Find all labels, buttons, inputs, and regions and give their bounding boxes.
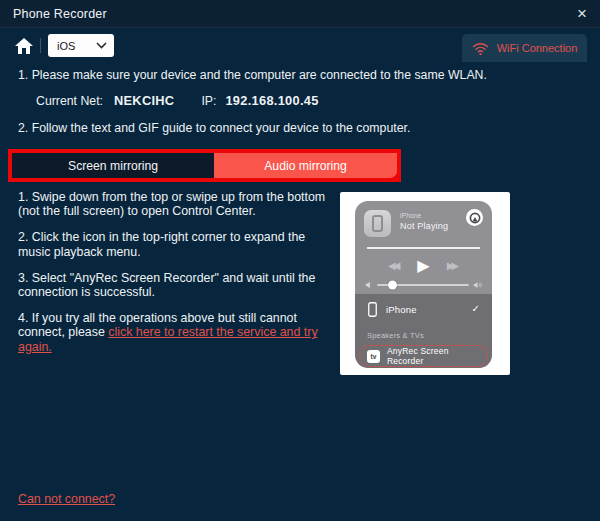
anyrec-recorder-row: tv AnyRec Screen Recorder: [359, 345, 488, 367]
volume-knob: [388, 281, 397, 290]
widget-divider: [367, 247, 480, 249]
airplay-button: [466, 209, 483, 226]
music-widget-header: iPhone Not Playing ◀◀ ▶ ▶▶: [355, 201, 492, 294]
step1-text: 1. Please make sure your device and the …: [18, 68, 588, 82]
guide-item-1: 1. Swipe down from the top or swipe up f…: [18, 190, 340, 218]
guide-list: 1. Swipe down from the top or swipe up f…: [18, 190, 340, 366]
apple-tv-icon: tv: [367, 350, 380, 363]
close-icon[interactable]: ×: [577, 5, 587, 22]
cannot-connect-link[interactable]: Can not connect?: [18, 492, 115, 506]
volume-slider: [365, 281, 482, 289]
step2-text: 2. Follow the text and GIF guide to conn…: [18, 121, 588, 135]
home-icon: [14, 37, 34, 55]
music-widget: iPhone Not Playing ◀◀ ▶ ▶▶: [355, 201, 492, 368]
output-row-iphone: iPhone ✓: [367, 301, 480, 319]
device-selector-value: iOS: [48, 40, 96, 52]
volume-track: [377, 284, 469, 286]
speakers-section-label: Speakers & TVs: [367, 331, 424, 340]
window-title: Phone Recorder: [13, 7, 107, 21]
titlebar: Phone Recorder ×: [0, 0, 600, 28]
tab-screen-mirroring[interactable]: Screen mirroring: [12, 153, 214, 178]
chevron-down-icon: [96, 42, 107, 49]
play-icon: ▶: [417, 256, 429, 275]
guide-item-4: 4. If you try all the operations above b…: [18, 311, 340, 354]
home-button[interactable]: [14, 37, 34, 55]
output-device-label: iPhone: [386, 304, 417, 315]
recorder-name: AnyRec Screen Recorder: [387, 346, 487, 366]
checkmark-icon: ✓: [472, 303, 480, 314]
volume-low-icon: [365, 281, 373, 289]
airplay-audio-icon: [469, 212, 481, 224]
ip-label: IP:: [201, 94, 216, 108]
control-center-preview: iPhone Not Playing ◀◀ ▶ ▶▶: [340, 192, 510, 375]
guide-item-3: 3. Select "AnyRec Screen Recorder" and w…: [18, 271, 340, 299]
tab-wifi-connection[interactable]: WiFi Connection: [462, 34, 587, 62]
guide-item-2: 2. Click the icon in the top-right corne…: [18, 230, 340, 258]
fast-forward-icon: ▶▶: [447, 260, 459, 271]
mirroring-tabbar: Screen mirroring Audio mirroring: [8, 149, 401, 182]
wifi-icon: [472, 42, 489, 55]
iphone-icon: [368, 302, 377, 317]
output-device-list: iPhone ✓ Speakers & TVs tv AnyRec Screen…: [355, 294, 492, 368]
device-selector-dropdown[interactable]: iOS: [48, 34, 114, 57]
current-net-label: Current Net:: [36, 94, 103, 108]
preview-device-name: iPhone: [400, 212, 448, 219]
ip-value: 192.168.100.45: [225, 93, 318, 108]
phone-recorder-window: Phone Recorder × iOS WiFi Connection 1. …: [0, 0, 600, 521]
rewind-icon: ◀◀: [388, 260, 400, 271]
playback-status: Not Playing: [400, 221, 448, 231]
nav-separator: [40, 38, 41, 53]
playback-controls: ◀◀ ▶ ▶▶: [355, 252, 492, 278]
volume-high-icon: [473, 281, 482, 289]
device-app-icon: [364, 210, 391, 237]
now-playing-titles: iPhone Not Playing: [400, 212, 448, 231]
network-info-row: Current Net: NEKCIHC IP: 192.168.100.45: [36, 93, 319, 108]
tab-audio-mirroring[interactable]: Audio mirroring: [214, 153, 397, 178]
wifi-tab-label: WiFi Connection: [497, 42, 578, 54]
current-net-value: NEKCIHC: [114, 93, 174, 108]
phone-icon: [372, 215, 383, 232]
